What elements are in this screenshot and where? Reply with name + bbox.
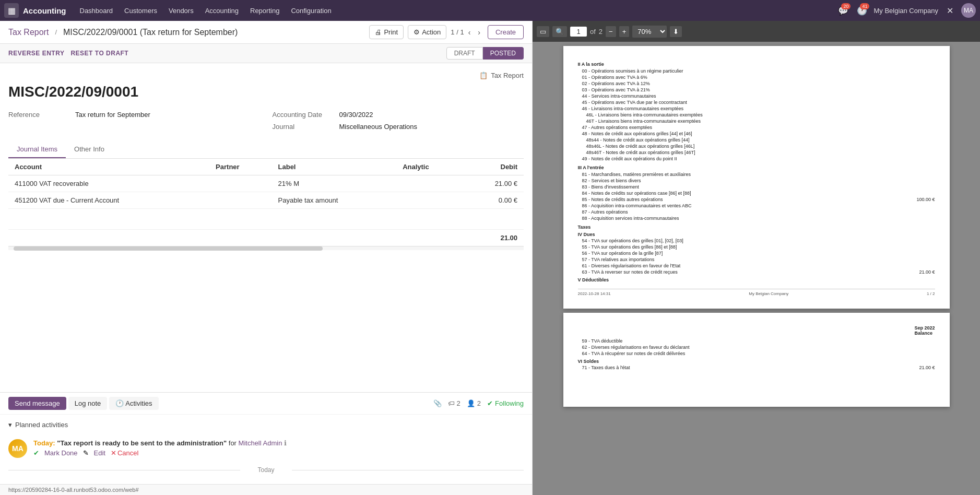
followers-number: 2 (457, 399, 461, 407)
pdf-item: 48s46T - Notes de crédit aux opérations … (578, 149, 935, 156)
pdf-item: 64 - TVA à récupérer sur notes de crédit… (578, 350, 935, 357)
reverse-entry-link[interactable]: REVERSE ENTRY (8, 50, 64, 57)
status-draft[interactable]: DRAFT (446, 47, 483, 60)
clock-button[interactable]: 🕐41 (855, 3, 869, 18)
send-message-button[interactable]: Send message (8, 397, 66, 410)
empty-row (8, 209, 524, 230)
col-partner: Partner (209, 159, 271, 175)
pdf-item: 57 - TVA relatives aux importations (578, 256, 935, 263)
form-content: 📋 Tax Report MISC/2022/09/0001 Reference… (0, 63, 532, 392)
user-avatar[interactable]: MA (961, 3, 976, 18)
followers-count[interactable]: 🏷 2 (448, 399, 461, 407)
nav-accounting[interactable]: Accounting (200, 4, 244, 18)
row1-partner (209, 175, 271, 192)
mark-done-link[interactable]: Mark Done (44, 449, 78, 457)
nav-customers[interactable]: Customers (119, 4, 162, 18)
journal-items-table: Account Partner Label Analytic Debit 411… (8, 159, 524, 246)
prev-record-button[interactable]: ‹ (465, 26, 474, 39)
pdf-item: 47 - Autres opérations exemptées (578, 124, 935, 131)
following-label: Following (495, 399, 524, 407)
pdf-item: 48s44 - Notes de crédit aux opérations g… (578, 137, 935, 143)
attachments-count[interactable]: 📎 (433, 399, 442, 407)
accounting-date-label: Accounting Date (273, 111, 335, 119)
action-button[interactable]: ⚙ Action (408, 25, 446, 39)
pdf-footer-company: My Belgian Company (749, 291, 788, 296)
pdf-search-button[interactable]: 🔍 (552, 26, 567, 37)
activity-title: "Tax report is ready to be sent to the a… (57, 439, 227, 447)
following-button[interactable]: ✔ Following (487, 399, 524, 407)
reset-to-draft-link[interactable]: RESET TO DRAFT (70, 50, 128, 57)
status-posted[interactable]: POSTED (483, 47, 524, 60)
pdf-item: 01 - Opérations avec TVA à 6% (578, 74, 935, 80)
main-layout: Tax Report / MISC/2022/09/0001 (Tax retu… (0, 21, 980, 495)
nav-arrows: 1 / 1 ‹ › (451, 26, 483, 39)
breadcrumb-current: MISC/2022/09/0001 (Tax return for Septem… (63, 28, 238, 37)
checkmark-icon: ✔ (33, 449, 39, 457)
settings-button[interactable]: ✕ (942, 3, 957, 18)
journal-field: Journal Miscellaneous Operations (273, 123, 524, 131)
pdf-item: 56 - TVA sur opérations de la grille [87… (578, 250, 935, 256)
apps-menu-button[interactable]: ▦ (4, 3, 19, 18)
row2-account: 451200 VAT due - Current Account (8, 192, 209, 209)
nav-vendors[interactable]: Vendors (163, 4, 199, 18)
breadcrumb-parent[interactable]: Tax Report (8, 28, 49, 37)
sub-header: Tax Report / MISC/2022/09/0001 (Tax retu… (0, 21, 532, 44)
partners-count[interactable]: 👤 2 (467, 399, 481, 407)
pdf-v-deductibles: V Déductibles (578, 277, 935, 282)
accounting-date-field: Accounting Date 09/30/2022 (273, 111, 524, 119)
activity-for-text: for (229, 439, 237, 447)
cancel-link[interactable]: ✕ Cancel (111, 449, 138, 457)
pdf-zoom-out-button[interactable]: − (606, 26, 616, 37)
tab-journal-items[interactable]: Journal Items (8, 141, 66, 158)
pdf-item: 00 - Opérations soumises à un régime par… (578, 68, 935, 74)
tax-report-badge: 📋 Tax Report (479, 72, 524, 79)
pdf-content[interactable]: II A la sortie 00 - Opérations soumises … (533, 42, 980, 495)
pdf-section-a-sortie: II A la sortie (578, 62, 935, 67)
pdf-item: 02 - Opérations avec TVA à 12% (578, 80, 935, 87)
pdf-sidebar-button[interactable]: ▭ (537, 26, 549, 37)
activities-toggle[interactable]: ▾ Planned activities (8, 421, 524, 429)
topbar: ▦ Accounting Dashboard Customers Vendors… (0, 0, 980, 21)
activity-content: Today: "Tax report is ready to be sent t… (33, 439, 524, 457)
activities-button[interactable]: 🕐 Activities (109, 397, 158, 410)
activity-today-label: Today: (33, 439, 55, 447)
activity-item: MA Today: "Tax report is ready to be sen… (8, 435, 524, 462)
pdf-item: 86 - Acquisition intra-communautaires et… (578, 203, 935, 209)
info-icon: ℹ (284, 439, 287, 447)
nav-reporting[interactable]: Reporting (245, 4, 285, 18)
pdf-page-2: Sep 2022Balance 59 - TVA déductible 62 -… (563, 313, 950, 407)
app-name: Accounting (23, 6, 66, 15)
edit-link[interactable]: Edit (94, 449, 105, 457)
table-row[interactable]: 411000 VAT recoverable 21% M 21.00 € (8, 175, 524, 192)
next-record-button[interactable]: › (475, 26, 483, 39)
pdf-page2-header: Sep 2022Balance (578, 325, 935, 336)
pdf-item: 81 - Marchandises, matières premières et… (578, 171, 935, 178)
partners-icon: 👤 (467, 399, 475, 407)
followers-icon: 🏷 (448, 399, 455, 407)
create-button[interactable]: Create (488, 25, 524, 39)
status-bar: DRAFT POSTED (446, 47, 524, 60)
activities-section: ▾ Planned activities MA Today: "Tax repo… (0, 415, 532, 484)
scroll-thumb (14, 246, 323, 251)
print-label: Print (384, 28, 398, 36)
pdf-section-a-entree: III A l'entrée (578, 165, 935, 170)
tab-other-info[interactable]: Other Info (66, 141, 113, 158)
pdf-download-button[interactable]: ⬇ (670, 26, 682, 37)
chatter-meta: 📎 🏷 2 👤 2 ✔ Following (433, 399, 524, 407)
nav-configuration[interactable]: Configuration (286, 4, 336, 18)
action-label: Action (422, 28, 441, 36)
print-button[interactable]: 🖨 Print (369, 25, 404, 39)
row2-partner (209, 192, 271, 209)
log-note-button[interactable]: Log note (68, 397, 108, 410)
horizontal-scrollbar[interactable] (8, 246, 524, 250)
nav-dashboard[interactable]: Dashboard (75, 4, 119, 18)
pdf-item: 45 - Opérations avec TVA due par le coco… (578, 99, 935, 105)
notifications-button[interactable]: 💬20 (836, 3, 851, 18)
pdf-page-input[interactable] (570, 27, 587, 37)
table-row[interactable]: 451200 VAT due - Current Account Payable… (8, 192, 524, 209)
col-analytic: Analytic (396, 159, 463, 175)
pdf-zoom-select[interactable]: 70% 100% 150% (632, 26, 667, 38)
row2-debit: 0.00 € (463, 192, 524, 209)
pdf-zoom-in-button[interactable]: + (619, 26, 630, 37)
planned-activities-label: Planned activities (15, 421, 68, 429)
